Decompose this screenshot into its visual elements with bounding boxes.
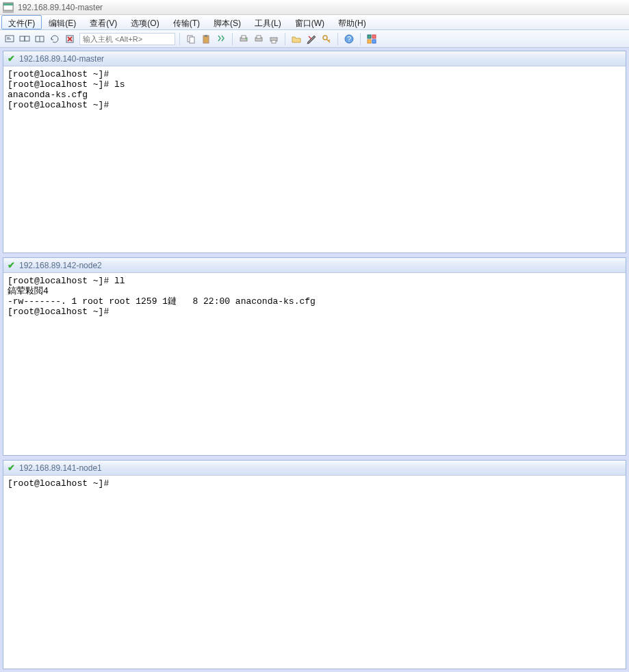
pane-title: 192.168.89.140-master bbox=[19, 54, 104, 64]
session-icon[interactable] bbox=[3, 32, 16, 46]
svg-rect-1 bbox=[3, 3, 13, 5]
svg-rect-21 bbox=[368, 35, 371, 38]
reconnect-icon[interactable] bbox=[33, 32, 47, 46]
svg-rect-17 bbox=[272, 40, 276, 43]
svg-rect-3 bbox=[20, 36, 25, 41]
print-setup-icon[interactable] bbox=[237, 32, 251, 46]
toolbar-separator bbox=[232, 33, 233, 45]
print-preview-icon[interactable] bbox=[267, 32, 281, 46]
connected-icon: ✔ bbox=[8, 260, 15, 270]
menu-window[interactable]: 窗口(W) bbox=[288, 15, 331, 29]
svg-rect-8 bbox=[190, 37, 194, 43]
reload-icon[interactable] bbox=[48, 32, 62, 46]
print-icon[interactable] bbox=[252, 32, 266, 46]
titlebar: 192.168.89.140-master bbox=[0, 0, 629, 15]
menubar: 文件(F) 编辑(E) 查看(V) 选项(O) 传输(T) 脚本(S) 工具(L… bbox=[0, 15, 629, 30]
connected-icon: ✔ bbox=[8, 463, 15, 473]
svg-rect-10 bbox=[205, 35, 207, 37]
terminal-pane-node2: ✔ 192.168.89.142-node2 [root@localhost ~… bbox=[3, 257, 626, 456]
svg-rect-24 bbox=[372, 40, 376, 43]
settings-icon[interactable] bbox=[305, 32, 318, 46]
terminal-output[interactable]: [root@localhost ~]# ll 鎬荤敤閲4 -rw-------.… bbox=[3, 273, 626, 455]
menu-options[interactable]: 选项(O) bbox=[124, 15, 166, 29]
svg-rect-4 bbox=[25, 36, 29, 41]
paste-icon[interactable] bbox=[199, 32, 213, 46]
terminal-output[interactable]: [root@localhost ~]# bbox=[3, 476, 626, 669]
toolbar-separator bbox=[179, 33, 180, 45]
svg-point-13 bbox=[246, 38, 247, 40]
pane-title: 192.168.89.142-node2 bbox=[19, 261, 102, 270]
menu-help[interactable]: 帮助(H) bbox=[331, 15, 373, 29]
toolbar-separator bbox=[285, 33, 285, 45]
menu-view[interactable]: 查看(V) bbox=[83, 15, 124, 29]
menu-file[interactable]: 文件(F) bbox=[1, 15, 42, 29]
toolbar-separator bbox=[360, 33, 361, 45]
svg-text:?: ? bbox=[347, 36, 351, 43]
host-input[interactable] bbox=[79, 33, 175, 45]
menu-edit[interactable]: 编辑(E) bbox=[42, 15, 83, 29]
menu-transfer[interactable]: 传输(T) bbox=[166, 15, 207, 29]
menu-script[interactable]: 脚本(S) bbox=[207, 15, 248, 29]
pane-title: 192.168.89.141-node1 bbox=[19, 463, 102, 473]
help-icon[interactable]: ? bbox=[342, 32, 356, 46]
terminal-pane-master: ✔ 192.168.89.140-master [root@localhost … bbox=[3, 51, 626, 253]
svg-rect-12 bbox=[242, 36, 246, 38]
copy-icon[interactable] bbox=[184, 32, 198, 46]
pane-header[interactable]: ✔ 192.168.89.141-node1 bbox=[3, 461, 626, 476]
key-icon[interactable] bbox=[320, 32, 333, 46]
pane-header[interactable]: ✔ 192.168.89.142-node2 bbox=[3, 258, 626, 273]
menu-tools[interactable]: 工具(L) bbox=[248, 15, 288, 29]
terminal-pane-node1: ✔ 192.168.89.141-node1 [root@localhost ~… bbox=[3, 460, 626, 669]
svg-rect-22 bbox=[372, 35, 376, 38]
open-folder-icon[interactable] bbox=[290, 32, 303, 46]
disconnect-icon[interactable] bbox=[63, 32, 77, 46]
tile-icon[interactable] bbox=[365, 32, 378, 46]
connected-icon: ✔ bbox=[8, 53, 15, 64]
pane-header[interactable]: ✔ 192.168.89.140-master bbox=[3, 51, 626, 66]
quick-connect-icon[interactable] bbox=[18, 32, 31, 46]
svg-rect-23 bbox=[368, 40, 371, 43]
toolbar: ? bbox=[0, 30, 629, 48]
svg-rect-15 bbox=[257, 36, 261, 38]
toolbar-separator bbox=[337, 33, 338, 45]
app-icon bbox=[3, 2, 14, 13]
find-icon[interactable] bbox=[214, 32, 228, 46]
content-area: ✔ 192.168.89.140-master [root@localhost … bbox=[0, 48, 629, 672]
window-title: 192.168.89.140-master bbox=[18, 3, 103, 12]
terminal-output[interactable]: [root@localhost ~]# [root@localhost ~]# … bbox=[3, 66, 626, 253]
